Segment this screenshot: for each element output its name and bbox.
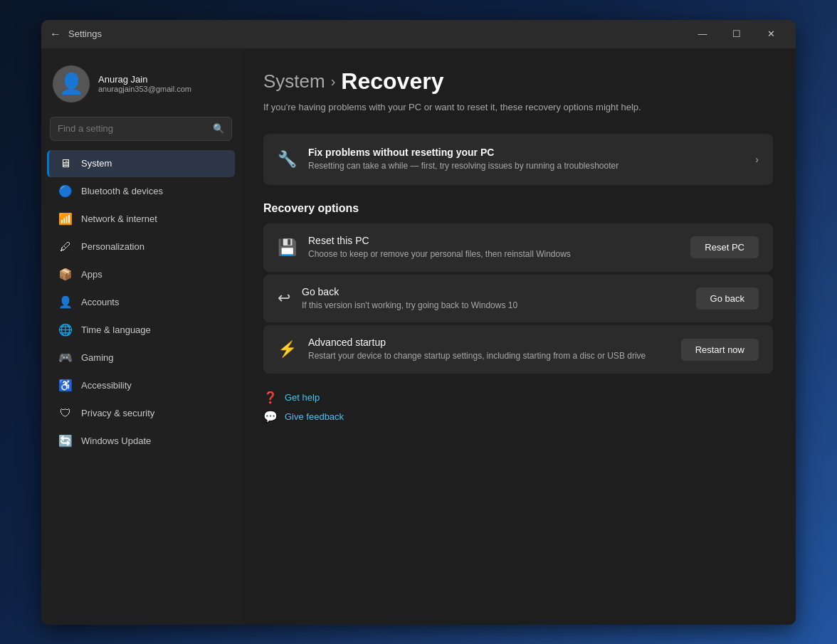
option-card-2: ⚡ Advanced startup Restart your device t… bbox=[263, 325, 773, 374]
nav-list: 🖥 System 🔵 Bluetooth & devices 📶 Network… bbox=[41, 149, 241, 455]
nav-icon-1: 🔵 bbox=[58, 184, 73, 199]
sidebar-item-bluetooth---devices[interactable]: 🔵 Bluetooth & devices bbox=[47, 178, 235, 205]
feedback-icon: 💬 bbox=[263, 410, 278, 423]
user-info: Anurag Jain anuragjain353@gmail.com bbox=[98, 74, 191, 93]
option-title-1: Go back bbox=[302, 286, 685, 297]
nav-icon-0: 🖥 bbox=[58, 157, 73, 171]
help-icon: ❓ bbox=[263, 391, 278, 404]
breadcrumb-current: Recovery bbox=[341, 68, 443, 95]
nav-icon-10: 🔄 bbox=[58, 434, 73, 448]
user-profile: 👤 Anurag Jain anuragjain353@gmail.com bbox=[41, 54, 241, 117]
sidebar-item-privacy---security[interactable]: 🛡 Privacy & security bbox=[47, 400, 235, 427]
avatar: 👤 bbox=[53, 65, 90, 102]
nav-icon-5: 👤 bbox=[58, 295, 73, 310]
option-icon-1: ↩ bbox=[278, 289, 290, 307]
option-desc-0: Choose to keep or remove your personal f… bbox=[308, 248, 679, 260]
sidebar-item-accounts[interactable]: 👤 Accounts bbox=[47, 289, 235, 316]
nav-label-1: Bluetooth & devices bbox=[81, 186, 163, 196]
option-button-0[interactable]: Reset PC bbox=[690, 236, 759, 258]
breadcrumb: System › Recovery bbox=[263, 68, 773, 95]
fix-problems-card[interactable]: 🔧 Fix problems without resetting your PC… bbox=[263, 134, 773, 185]
sidebar-item-network---internet[interactable]: 📶 Network & internet bbox=[47, 206, 235, 233]
fix-title: Fix problems without resetting your PC bbox=[308, 147, 744, 158]
nav-label-0: System bbox=[81, 158, 112, 169]
nav-label-6: Time & language bbox=[81, 324, 151, 335]
footer-links: ❓ Get help 💬 Give feedback bbox=[263, 391, 773, 423]
option-button-2[interactable]: Restart now bbox=[681, 339, 759, 361]
options-list: 💾 Reset this PC Choose to keep or remove… bbox=[263, 223, 773, 374]
main-content: System › Recovery If you're having probl… bbox=[241, 48, 796, 625]
nav-label-5: Accounts bbox=[81, 297, 119, 307]
option-title-0: Reset this PC bbox=[308, 235, 679, 246]
option-text-2: Advanced startup Restart your device to … bbox=[308, 337, 670, 362]
give-feedback-link[interactable]: 💬 Give feedback bbox=[263, 410, 773, 423]
sidebar-item-system[interactable]: 🖥 System bbox=[47, 150, 235, 177]
sidebar-item-time---language[interactable]: 🌐 Time & language bbox=[47, 317, 235, 344]
nav-label-4: Apps bbox=[81, 269, 102, 280]
sidebar-item-personalization[interactable]: 🖊 Personalization bbox=[47, 233, 235, 260]
nav-icon-4: 📦 bbox=[58, 268, 73, 282]
titlebar-left: ← Settings bbox=[50, 28, 686, 41]
fix-text: Fix problems without resetting your PC R… bbox=[308, 147, 744, 172]
search-input[interactable] bbox=[58, 123, 213, 134]
recovery-section-title: Recovery options bbox=[263, 202, 773, 215]
get-help-link[interactable]: ❓ Get help bbox=[263, 391, 773, 404]
option-desc-2: Restart your device to change startup se… bbox=[308, 350, 670, 362]
fix-desc: Resetting can take a while — first, try … bbox=[308, 160, 744, 172]
avatar-icon: 👤 bbox=[59, 72, 84, 95]
nav-label-7: Gaming bbox=[81, 352, 114, 363]
nav-icon-7: 🎮 bbox=[58, 351, 73, 365]
close-button[interactable]: ✕ bbox=[754, 23, 787, 46]
user-email: anuragjain353@gmail.com bbox=[98, 85, 191, 93]
option-icon-2: ⚡ bbox=[278, 340, 297, 359]
page-description: If you're having problems with your PC o… bbox=[263, 100, 773, 115]
give-feedback-label: Give feedback bbox=[285, 411, 344, 422]
sidebar-item-gaming[interactable]: 🎮 Gaming bbox=[47, 344, 235, 371]
breadcrumb-separator: › bbox=[331, 73, 336, 90]
breadcrumb-parent: System bbox=[263, 70, 325, 93]
titlebar: ← Settings — ☐ ✕ bbox=[41, 20, 796, 48]
option-card-1: ↩ Go back If this version isn't working,… bbox=[263, 275, 773, 323]
nav-label-10: Windows Update bbox=[81, 436, 151, 446]
app-title: Settings bbox=[68, 28, 102, 39]
option-icon-0: 💾 bbox=[278, 238, 297, 257]
nav-icon-3: 🖊 bbox=[58, 240, 73, 254]
option-card-0: 💾 Reset this PC Choose to keep or remove… bbox=[263, 223, 773, 272]
titlebar-controls: — ☐ ✕ bbox=[686, 23, 787, 46]
nav-label-9: Privacy & security bbox=[81, 408, 154, 418]
nav-icon-8: ♿ bbox=[58, 379, 73, 393]
sidebar-item-accessibility[interactable]: ♿ Accessibility bbox=[47, 372, 235, 399]
option-title-2: Advanced startup bbox=[308, 337, 670, 348]
get-help-label: Get help bbox=[285, 392, 320, 403]
search-box[interactable]: 🔍 bbox=[50, 117, 232, 141]
search-icon: 🔍 bbox=[213, 123, 224, 134]
nav-label-3: Personalization bbox=[81, 241, 144, 252]
sidebar: 👤 Anurag Jain anuragjain353@gmail.com 🔍 … bbox=[41, 48, 241, 625]
chevron-right-icon: › bbox=[755, 154, 759, 165]
nav-icon-9: 🛡 bbox=[58, 406, 73, 421]
maximize-button[interactable]: ☐ bbox=[720, 23, 753, 46]
sidebar-item-apps[interactable]: 📦 Apps bbox=[47, 261, 235, 288]
minimize-button[interactable]: — bbox=[686, 23, 719, 46]
wrench-icon: 🔧 bbox=[278, 150, 297, 169]
settings-window: ← Settings — ☐ ✕ 👤 Anurag Jain anuragjai… bbox=[41, 20, 796, 625]
option-text-1: Go back If this version isn't working, t… bbox=[302, 286, 685, 312]
user-name: Anurag Jain bbox=[98, 74, 191, 85]
back-button[interactable]: ← bbox=[50, 28, 61, 41]
nav-label-2: Network & internet bbox=[81, 213, 157, 224]
nav-icon-2: 📶 bbox=[58, 212, 73, 226]
sidebar-item-windows-update[interactable]: 🔄 Windows Update bbox=[47, 428, 235, 455]
window-content: 👤 Anurag Jain anuragjain353@gmail.com 🔍 … bbox=[41, 48, 796, 625]
nav-icon-6: 🌐 bbox=[58, 323, 73, 337]
option-desc-1: If this version isn't working, try going… bbox=[302, 300, 685, 312]
option-button-1[interactable]: Go back bbox=[696, 287, 759, 310]
nav-label-8: Accessibility bbox=[81, 380, 132, 391]
option-text-0: Reset this PC Choose to keep or remove y… bbox=[308, 235, 679, 260]
